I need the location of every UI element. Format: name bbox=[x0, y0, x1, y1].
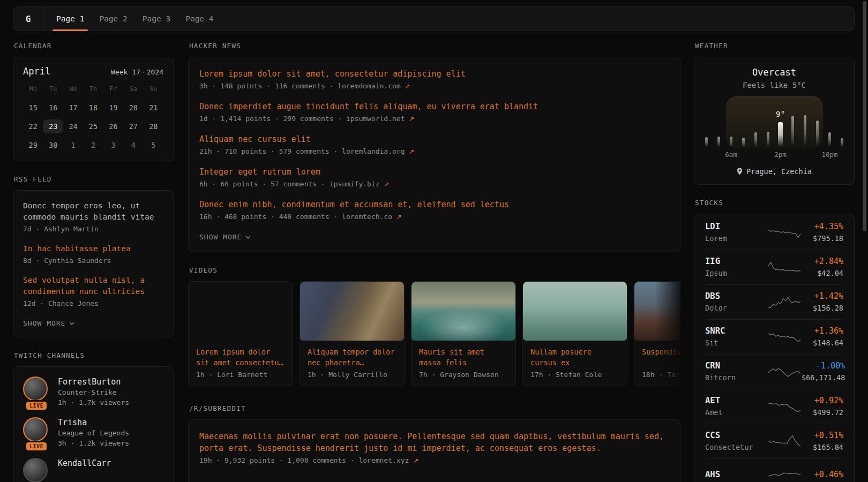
calendar-day-header: Tu bbox=[43, 82, 63, 96]
external-link-icon: ↗ bbox=[409, 115, 414, 123]
video-title-link[interactable]: Aliquam tempor dolor nec pharetra… bbox=[308, 347, 396, 368]
video-card[interactable]: Aliquam tempor dolor nec pharetra… 1h · … bbox=[300, 281, 405, 386]
stock-symbol: CCS bbox=[705, 430, 767, 441]
stocks-section-title: STOCKS bbox=[695, 199, 855, 207]
weather-section: WEATHER Overcast Feels like 5°C 9° 6am2p… bbox=[694, 42, 855, 185]
calendar-day-header: We bbox=[63, 82, 83, 96]
twitch-channel-row[interactable]: LIVE ForrestBurton Counter-Strike 1h · 1… bbox=[23, 376, 163, 408]
video-title-link[interactable]: Lorem ipsum dolor sit amet consectetu… bbox=[196, 347, 285, 368]
twitch-section: TWITCH CHANNELS LIVE ForrestBurton Count… bbox=[13, 351, 174, 482]
weather-bar bbox=[730, 137, 732, 147]
chevron-down-icon bbox=[245, 236, 251, 239]
hn-item-link[interactable]: Donec imperdiet augue tincidunt felis al… bbox=[199, 101, 669, 112]
stock-row[interactable]: AHS +0.46% bbox=[705, 458, 843, 482]
video-thumbnail[interactable] bbox=[300, 282, 404, 341]
video-thumbnail[interactable] bbox=[523, 282, 627, 341]
hn-item-meta: 3h · 148 points · 116 comments · loremdo… bbox=[199, 81, 669, 92]
rss-item-link[interactable]: Sed volutpat nulla nisl, a condimentum n… bbox=[23, 275, 163, 297]
video-title-link[interactable]: Mauris sit amet massa felis bbox=[419, 347, 508, 368]
tab-page-2[interactable]: Page 2 bbox=[92, 7, 134, 31]
twitch-channel-row[interactable]: LIVE Trisha League of Legends 3h · 1.2k … bbox=[23, 417, 163, 448]
avatar bbox=[23, 458, 50, 482]
external-link-icon: ↗ bbox=[396, 213, 402, 221]
stock-symbol: SNRC bbox=[705, 326, 767, 337]
channel-name: ForrestBurton bbox=[58, 376, 129, 387]
calendar-day-header: Su bbox=[144, 82, 163, 96]
weather-bar bbox=[841, 138, 843, 147]
stock-row[interactable]: SNRCSit +1.36%$148.64 bbox=[705, 319, 843, 354]
topbar: G Page 1 Page 2 Page 3 Page 4 bbox=[13, 6, 855, 31]
hn-show-more-button[interactable]: SHOW MORE bbox=[199, 231, 251, 241]
video-thumbnail[interactable] bbox=[634, 282, 680, 341]
video-thumbnail[interactable] bbox=[411, 282, 515, 341]
video-thumbnail[interactable] bbox=[189, 282, 293, 341]
stock-sparkline bbox=[767, 433, 802, 449]
right-column: WEATHER Overcast Feels like 5°C 9° 6am2p… bbox=[694, 42, 855, 482]
rss-item-link[interactable]: In hac habitasse platea bbox=[23, 243, 163, 254]
calendar-day: 17 bbox=[63, 101, 83, 115]
video-card[interactable]: Nullam posuere cursus ex 17h · Stefan Co… bbox=[522, 281, 627, 386]
weather-bar bbox=[754, 132, 757, 147]
video-meta: 18h · Tara bbox=[642, 371, 680, 379]
video-card[interactable]: Mauris sit amet massa felis 7h · Grayson… bbox=[411, 281, 516, 386]
stock-change: +0.92% bbox=[802, 395, 843, 406]
hn-item-link[interactable]: Donec enim nibh, condimentum et accumsan… bbox=[199, 199, 669, 210]
stock-name: Dolor bbox=[705, 303, 767, 313]
stock-change: +4.35% bbox=[802, 221, 843, 232]
stock-row[interactable]: IIGIpsum +2.84%$42.04 bbox=[705, 250, 843, 284]
tab-page-4[interactable]: Page 4 bbox=[178, 7, 221, 31]
weather-bar bbox=[804, 115, 806, 147]
stock-row[interactable]: LDILorem +4.35%$795.18 bbox=[705, 215, 843, 250]
weather-bar bbox=[791, 116, 794, 147]
calendar-day: 30 bbox=[43, 138, 63, 152]
stock-change: +0.51% bbox=[802, 430, 843, 441]
app-logo[interactable]: G bbox=[13, 7, 43, 31]
rss-item-link[interactable]: Donec tempor eros leo, ut commodo mauris… bbox=[23, 200, 163, 223]
channel-name: Trisha bbox=[58, 417, 129, 428]
video-meta: 17h · Stefan Cole bbox=[530, 371, 619, 379]
videos-row: Lorem ipsum dolor sit amet consectetu… 1… bbox=[188, 281, 680, 386]
subreddit-section-title: /R/SUBREDDIT bbox=[189, 404, 680, 412]
video-card[interactable]: Lorem ipsum dolor sit amet consectetu… 1… bbox=[188, 281, 293, 386]
rss-show-more-button[interactable]: SHOW MORE bbox=[23, 318, 74, 327]
stock-price: $795.18 bbox=[802, 234, 843, 244]
stock-symbol: LDI bbox=[705, 221, 767, 232]
stock-symbol: DBS bbox=[705, 291, 767, 302]
stock-row[interactable]: CCSConsectetur +0.51%$165.84 bbox=[705, 424, 843, 458]
live-badge: LIVE bbox=[25, 441, 48, 452]
rss-section: RSS FEED Donec tempor eros leo, ut commo… bbox=[13, 175, 174, 337]
rss-section-title: RSS FEED bbox=[14, 175, 174, 183]
channel-meta: 1h · 1.7k viewers bbox=[58, 397, 129, 408]
calendar-day: 18 bbox=[83, 101, 103, 115]
weather-hourly-chart: 9° bbox=[705, 98, 843, 147]
video-title-link[interactable]: Nullam posuere cursus ex bbox=[530, 347, 619, 368]
reddit-item-meta: 19h · 9,932 points · 1,090 comments · lo… bbox=[199, 455, 669, 466]
tab-page-1[interactable]: Page 1 bbox=[49, 7, 92, 31]
channel-game: Counter-Strike bbox=[58, 387, 129, 397]
calendar-day: 5 bbox=[144, 138, 163, 152]
stock-row[interactable]: AETAmet +0.92%$499.72 bbox=[705, 389, 843, 424]
stock-row[interactable]: CRNBitcorn -1.00%$66,171.48 bbox=[705, 354, 843, 389]
hn-item-link[interactable]: Integer eget rutrum lorem bbox=[199, 166, 669, 178]
twitch-channel-row[interactable]: KendallCarr bbox=[23, 458, 163, 482]
video-card[interactable]: Suspendisse diam 18h · Tara bbox=[634, 281, 680, 386]
hn-item-meta: 21h · 710 points · 579 comments · loreml… bbox=[199, 146, 669, 157]
calendar-day: 24 bbox=[63, 119, 83, 133]
stock-price: $66,171.48 bbox=[802, 373, 845, 383]
weather-bar bbox=[778, 122, 783, 147]
calendar-month: April bbox=[23, 66, 50, 77]
tab-page-3[interactable]: Page 3 bbox=[135, 7, 178, 31]
stock-sparkline bbox=[767, 468, 802, 482]
channel-meta: 3h · 1.2k viewers bbox=[58, 438, 129, 448]
stock-row[interactable]: DBSDolor +1.42%$156.28 bbox=[705, 284, 843, 319]
rss-item-meta: 7d · Ashlyn Martin bbox=[23, 224, 163, 235]
rss-item-meta: 8d · Cynthia Saunders bbox=[23, 255, 163, 266]
rss-item: Donec tempor eros leo, ut commodo mauris… bbox=[23, 200, 163, 235]
video-title-link[interactable]: Suspendisse diam bbox=[642, 347, 680, 368]
stock-change: +2.84% bbox=[802, 256, 843, 267]
reddit-item-link[interactable]: Maecenas mollis pulvinar erat non posuer… bbox=[199, 431, 669, 454]
scrollbar-thumb[interactable] bbox=[863, 1, 866, 231]
hn-item-link[interactable]: Lorem ipsum dolor sit amet, consectetur … bbox=[199, 68, 669, 80]
avatar: LIVE bbox=[23, 376, 50, 408]
hn-item-link[interactable]: Aliquam nec cursus elit bbox=[199, 133, 669, 145]
